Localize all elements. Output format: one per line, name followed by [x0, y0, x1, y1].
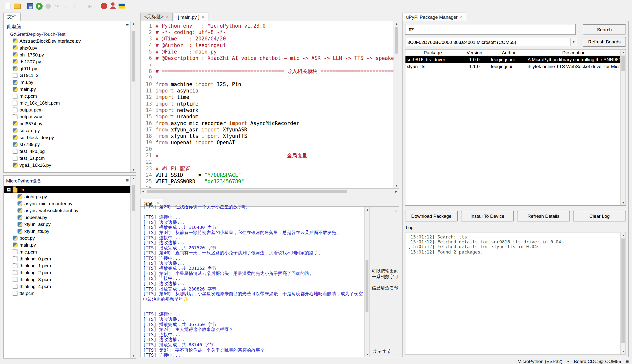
device-file-row[interactable]: thinking_4.pcm — [4, 282, 130, 290]
file-row[interactable]: pcf8574.py — [4, 120, 130, 127]
file-row[interactable]: test_4kb.jpg — [4, 148, 130, 155]
file-row[interactable]: sdcard.py — [4, 127, 130, 134]
editor-tab[interactable]: [ main.py ] × — [174, 12, 208, 21]
scroll-down-icon[interactable]: ▼ — [131, 167, 136, 172]
scroll-left-icon[interactable]: ◀ — [140, 189, 146, 194]
device-menu-icon[interactable]: ≡ — [126, 178, 129, 183]
support-icon[interactable] — [109, 2, 117, 10]
scroll-thumb[interactable] — [395, 27, 398, 54]
device-file-row[interactable]: async_mic_recorder.py — [4, 200, 130, 207]
file-row[interactable]: ahtx0.py — [4, 44, 130, 51]
download-package-button[interactable]: Download Package — [405, 211, 458, 222]
new-file-icon[interactable] — [4, 2, 12, 10]
debug-icon[interactable] — [44, 2, 52, 10]
code-area[interactable]: 1# Python env : MicroPython v1.23.02# -*… — [140, 23, 394, 188]
expander-icon[interactable]: − — [7, 188, 11, 191]
device-file-row[interactable]: main.py — [4, 242, 130, 248]
device-file-row[interactable]: xfyun_tts.py — [4, 228, 130, 234]
package-row[interactable]: snr9816_tts_driver 1.0.0 leeqingshui A M… — [405, 56, 620, 63]
scroll-down-icon[interactable]: ▼ — [394, 183, 399, 188]
device-file-row[interactable]: thinking_2.pcm — [4, 269, 130, 276]
file-row[interactable]: ds1307.py — [4, 58, 130, 65]
file-row[interactable]: bh_1750.py — [4, 51, 130, 58]
file-row[interactable]: mic_16k_16bit.pcm — [4, 100, 130, 106]
shell-panel[interactable]: [TTS] 第2句：让我给你讲一个关于小星星的故事吧~ [TTS] 连接中...… — [140, 206, 399, 357]
scroll-up-icon[interactable]: ▲ — [131, 21, 136, 26]
scroll-down-icon[interactable]: ▼ — [621, 349, 626, 354]
refresh-boards-button[interactable]: Refresh Boards — [583, 37, 626, 46]
clear-log-button[interactable]: Clear Log — [573, 211, 626, 222]
scroll-thumb[interactable] — [132, 185, 135, 211]
scroll-thumb[interactable] — [365, 260, 368, 312]
file-row[interactable]: test_5s.pcm — [4, 155, 130, 162]
scroll-down-icon[interactable]: ▼ — [365, 352, 370, 357]
board-select[interactable]: 3C0F02D760BC0000 303a:4001 Microsoft (CO… — [405, 38, 577, 46]
step-over-icon[interactable] — [53, 2, 61, 10]
device-file-row[interactable]: − lib — [4, 186, 130, 193]
col-description[interactable]: Description — [526, 50, 620, 55]
scroll-thumb[interactable] — [621, 238, 624, 343]
device-file-row[interactable]: tts.pcm — [4, 290, 130, 296]
ukraine-flag-icon[interactable] — [118, 2, 126, 10]
tab-files[interactable]: 文件 — [3, 12, 21, 21]
file-row[interactable]: main.py — [4, 86, 130, 92]
statusbar-menu-icon[interactable]: ≡ — [626, 359, 629, 364]
scroll-up-icon[interactable]: ▲ — [621, 50, 626, 55]
search-button[interactable]: Search — [583, 24, 626, 34]
editor-tab[interactable]: <无标题> × — [140, 12, 172, 21]
current-path[interactable]: G:\GraftDeploy-Touch-Test — [4, 30, 130, 37]
package-row[interactable]: xfyun_tts 1.1.0 leeqingsui iFlytek onlin… — [405, 63, 620, 70]
run-icon[interactable] — [35, 2, 43, 10]
file-row[interactable]: sd_block_dev.py — [4, 134, 130, 141]
file-row[interactable]: st7789.py — [4, 141, 130, 148]
scroll-thumb[interactable] — [621, 56, 624, 71]
scroll-thumb[interactable] — [147, 190, 347, 193]
device-file-row[interactable]: mic.pcm — [4, 248, 130, 255]
interpreter-label[interactable]: MicroPython (ESP32) — [518, 359, 563, 364]
step-out-icon[interactable] — [71, 2, 79, 10]
col-package[interactable]: Package — [405, 50, 459, 55]
tab-package-manager[interactable]: uPyPi Package Manager × — [402, 12, 467, 21]
close-tab-icon[interactable]: × — [166, 14, 169, 19]
package-search-input[interactable] — [405, 24, 576, 35]
close-tab-icon[interactable]: × — [460, 14, 463, 19]
scroll-up-icon[interactable]: ▲ — [394, 21, 399, 26]
open-file-icon[interactable] — [13, 2, 21, 10]
device-file-row[interactable]: async_websocketclient.py — [4, 207, 130, 214]
files-menu-icon[interactable]: ≡ — [126, 23, 129, 28]
this-pc-node[interactable]: 此电脑 — [4, 24, 130, 30]
file-row[interactable]: output.pcm — [4, 106, 130, 113]
scroll-down-icon[interactable]: ▼ — [131, 353, 136, 358]
device-file-row[interactable]: aiohttps.py — [4, 193, 130, 200]
device-file-row[interactable]: thinking_3.pcm — [4, 276, 130, 282]
file-row[interactable]: mic.pcm — [4, 92, 130, 100]
port-label[interactable]: Board CDC @ COM55 — [574, 359, 621, 364]
file-row[interactable]: vga1_16x16.py — [4, 162, 130, 168]
device-file-row[interactable]: thinking_0.pcm — [4, 255, 130, 262]
scroll-right-icon[interactable]: ▶ — [394, 189, 399, 194]
col-author[interactable]: Author — [490, 50, 526, 55]
col-version[interactable]: Version — [459, 50, 490, 55]
install-to-device-button[interactable]: Install To Device — [461, 211, 514, 222]
close-panel-icon[interactable]: × — [395, 208, 397, 213]
file-row[interactable]: imu.py — [4, 79, 130, 86]
file-row[interactable]: GT911_2 — [4, 72, 130, 79]
device-file-row[interactable]: uopenai.py — [4, 214, 130, 221]
device-file-row[interactable]: thinking_1.pcm — [4, 262, 130, 269]
file-row[interactable]: AbstractBlockDevInterface.py — [4, 37, 130, 44]
editor-panel[interactable]: 1# Python env : MicroPython v1.23.02# -*… — [140, 21, 399, 189]
scroll-up-icon[interactable]: ▲ — [365, 207, 370, 212]
device-file-row[interactable]: boot.py — [4, 234, 130, 242]
file-row[interactable]: output.wav — [4, 113, 130, 120]
scroll-down-icon[interactable]: ▼ — [621, 200, 626, 205]
stop-icon[interactable] — [100, 2, 108, 10]
scroll-up-icon[interactable]: ▲ — [621, 232, 626, 238]
save-file-icon[interactable] — [26, 2, 34, 10]
close-tab-icon[interactable]: × — [157, 201, 159, 205]
step-into-icon[interactable] — [62, 2, 70, 10]
scroll-up-icon[interactable]: ▲ — [131, 176, 136, 181]
close-tab-icon[interactable]: × — [202, 14, 204, 19]
scroll-thumb[interactable] — [132, 31, 135, 82]
file-row[interactable]: gt911.py — [4, 65, 130, 72]
refresh-details-button[interactable]: Refresh Details — [517, 211, 570, 222]
